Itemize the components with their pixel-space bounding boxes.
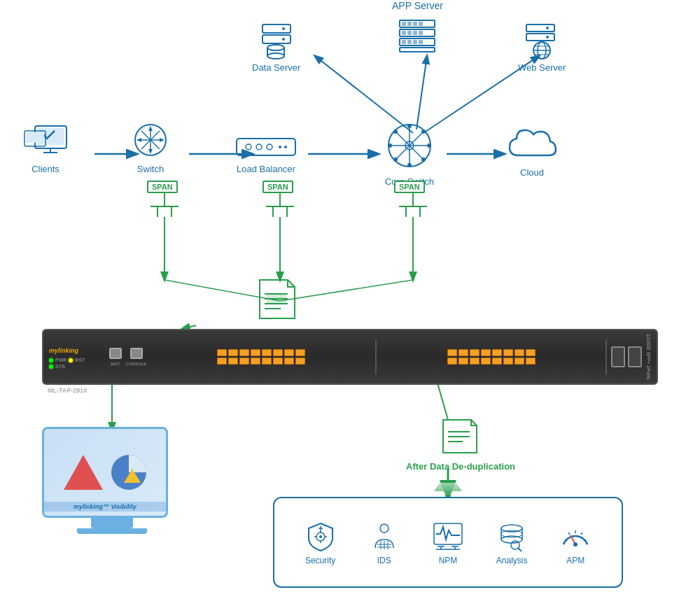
load-balancer-node: Load Balancer <box>234 133 298 174</box>
led-sys-label: SYS <box>55 364 65 369</box>
after-dedup-icon <box>436 416 485 458</box>
data-dedup-icon <box>249 276 305 325</box>
svg-point-78 <box>256 144 262 150</box>
app-server-icon <box>396 17 438 55</box>
led-sys <box>49 365 53 369</box>
svg-point-32 <box>267 45 284 50</box>
port-9 <box>217 358 227 365</box>
port-14 <box>273 358 283 365</box>
qsfp-ports <box>611 346 642 367</box>
span-lb: SPAN <box>262 181 293 193</box>
clients-icon <box>21 122 70 161</box>
svg-point-35 <box>267 53 284 59</box>
web-server-label: Web Server <box>518 62 566 73</box>
data-server-icon <box>257 21 295 59</box>
web-server-icon <box>523 21 561 59</box>
svg-rect-40 <box>419 22 423 26</box>
port-25 <box>447 358 457 365</box>
after-dedup-label: After Data De-duplication <box>406 461 515 472</box>
monitor-base <box>77 528 147 534</box>
port-16 <box>295 358 305 365</box>
analysis-icon <box>494 520 529 551</box>
sfp-ports-right <box>381 349 601 365</box>
svg-point-92 <box>421 157 426 162</box>
span-switch: SPAN <box>147 181 178 193</box>
port-18 <box>458 349 468 356</box>
svg-rect-54 <box>526 34 554 41</box>
svg-rect-66 <box>26 132 44 143</box>
monitor-icons <box>57 448 153 497</box>
green-arrow-large <box>434 483 462 497</box>
port-24 <box>526 349 536 356</box>
svg-point-94 <box>393 157 398 162</box>
port-row-bot <box>217 358 305 365</box>
core-switch-node: Core Switch <box>382 118 438 187</box>
svg-marker-75 <box>160 138 164 142</box>
npm-icon <box>430 520 465 551</box>
svg-point-80 <box>279 146 281 148</box>
port-5 <box>262 349 272 356</box>
port-group-1 <box>217 349 305 365</box>
svg-point-77 <box>246 144 251 150</box>
cloud-node: Cloud <box>504 126 560 178</box>
cloud-label: Cloud <box>520 167 544 178</box>
svg-rect-30 <box>262 35 290 43</box>
console-label: CONSOLE <box>126 362 146 366</box>
svg-point-88 <box>407 163 412 167</box>
port-21 <box>492 349 502 356</box>
clients-node: Clients <box>21 122 70 174</box>
svg-rect-48 <box>407 40 412 44</box>
tool-analysis: Analysis <box>494 520 529 565</box>
svg-marker-72 <box>148 126 153 131</box>
port-20 <box>481 349 491 356</box>
port-31 <box>514 358 524 365</box>
device-brand: mylinking <box>49 345 91 356</box>
svg-rect-49 <box>413 40 417 44</box>
tools-box: Security IDS <box>273 497 623 588</box>
port-13 <box>262 358 272 365</box>
port-23 <box>514 349 524 356</box>
load-balancer-label: Load Balancer <box>237 164 295 174</box>
svg-rect-100 <box>267 295 286 298</box>
after-dedup-node: After Data De-duplication <box>406 416 515 472</box>
triangle-shape <box>64 455 103 490</box>
ids-icon <box>367 520 402 551</box>
svg-rect-51 <box>400 48 435 52</box>
svg-rect-44 <box>413 31 417 35</box>
web-server-node: Web Server <box>518 21 566 73</box>
device-panel: mylinking PWR RST SYS MGT CONSOLE <box>42 329 658 385</box>
svg-rect-45 <box>419 31 423 35</box>
span-badge-switch: SPAN <box>147 181 178 193</box>
tool-security: Security <box>303 520 338 565</box>
console-port: CONSOLE <box>126 348 146 366</box>
svg-point-87 <box>407 124 412 128</box>
monitor-stand <box>91 518 133 528</box>
apm-label: APM <box>566 556 584 565</box>
svg-point-29 <box>282 27 285 30</box>
svg-point-53 <box>546 27 549 29</box>
svg-rect-43 <box>407 31 412 35</box>
led-rst <box>69 358 73 362</box>
qsfp-1 <box>611 346 625 367</box>
tool-apm: APM <box>558 520 593 565</box>
switch-icon <box>130 122 172 161</box>
svg-point-114 <box>380 524 388 533</box>
port-6 <box>273 349 283 356</box>
device-info: mylinking PWR RST SYS <box>49 345 105 369</box>
port-28 <box>481 358 491 365</box>
small-triangle <box>124 469 141 483</box>
svg-point-31 <box>282 38 285 41</box>
main-diagram: Data Server APP Server <box>0 0 700 613</box>
svg-point-81 <box>284 146 287 148</box>
svg-point-93 <box>421 129 426 134</box>
span-badge-lb: SPAN <box>262 181 293 193</box>
analysis-label: Analysis <box>496 556 528 565</box>
port-15 <box>284 358 294 365</box>
svg-marker-73 <box>148 149 153 154</box>
led-pwr <box>49 358 53 362</box>
security-label: Security <box>305 556 335 565</box>
port-row-top2 <box>447 349 536 356</box>
app-server-label: APP Server <box>392 0 443 11</box>
port-29 <box>492 358 502 365</box>
svg-point-90 <box>427 143 431 148</box>
